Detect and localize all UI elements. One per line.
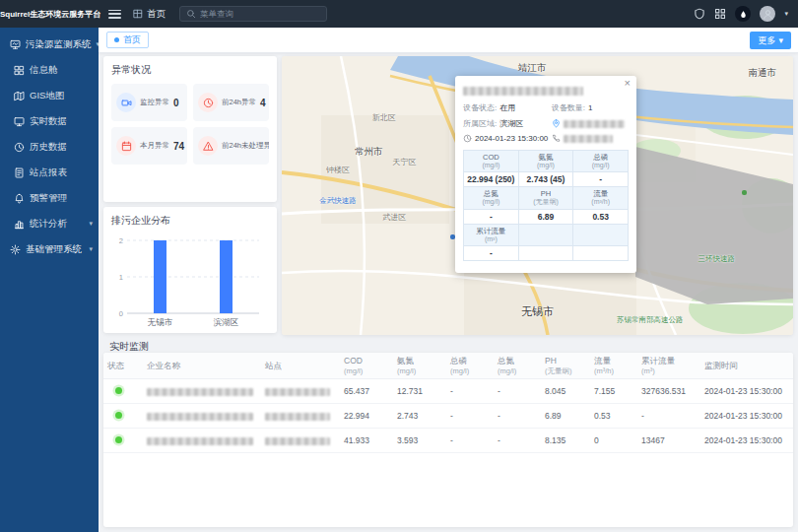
- shield-icon[interactable]: [694, 8, 705, 20]
- alert-icon: [198, 136, 218, 156]
- enterprise-distribution-panel: 排污企业分布 012无锡市滨湖区: [103, 207, 277, 333]
- monitor-icon: [14, 116, 25, 127]
- report-icon: [14, 167, 25, 178]
- metric-label-row: COD(mg/l)氨氮(mg/l)总磷(mg/l): [464, 151, 629, 172]
- chevron-down-icon: ▾: [89, 220, 93, 228]
- status-dot-online: [115, 412, 122, 419]
- calendar-icon: [116, 136, 136, 156]
- column-station: 站点: [261, 353, 340, 379]
- realtime-monitor-table: 状态企业名称站点COD(mg/l)氨氮(mg/l)总磷(mg/l)总氮(mg/l…: [103, 353, 793, 527]
- more-button[interactable]: 更多 ▾: [750, 32, 791, 49]
- tags-bar: 首页 更多 ▾: [99, 28, 798, 53]
- column-ph: PH(无量纲): [541, 353, 590, 379]
- svg-text:0: 0: [119, 309, 123, 318]
- table-row[interactable]: 65.43712.731--8.0457.155327636.5312024-0…: [103, 379, 793, 404]
- popup-title-blurred: [463, 87, 583, 96]
- sidebar-label: 统计分析: [30, 218, 67, 231]
- sidebar-item-statistics-analysis[interactable]: 统计分析▾: [0, 211, 99, 236]
- sidebar-label: 历史数据: [30, 141, 67, 154]
- map-icon: [14, 91, 25, 101]
- gis-map[interactable]: 靖江市南通市常州市新北区钟楼区天宁区武进区无锡市金武快速路三环快速路苏锡常南部高…: [282, 56, 793, 335]
- stat-month-abnormal: 本月异常74: [111, 127, 187, 165]
- column-company: 企业名称: [143, 353, 261, 379]
- chevron-down-icon: ▾: [778, 35, 783, 45]
- blurred-company-name: [147, 413, 253, 421]
- breadcrumb: 首页: [133, 8, 166, 21]
- home-icon: [133, 9, 143, 19]
- metric-value-row: 22.994 (250)2.743 (45)-: [464, 172, 629, 187]
- topbar-actions: ▾: [694, 6, 788, 22]
- stat-last24h-abnormal: 前24h异常4: [193, 84, 269, 121]
- column-time: 监测时间: [700, 353, 793, 379]
- sidebar-section-pollution-monitor-system[interactable]: 污染源监测系统▾: [0, 32, 99, 57]
- breadcrumb-home[interactable]: 首页: [147, 8, 166, 21]
- clock-icon: [198, 93, 218, 112]
- stat-label: 前24h异常: [222, 98, 256, 107]
- grid-icon: [14, 65, 25, 76]
- apps-grid-icon[interactable]: [714, 8, 726, 20]
- popup-metrics-table: COD(mg/l)氨氮(mg/l)总磷(mg/l)22.994 (250)2.7…: [463, 150, 629, 261]
- metric-label-row: 累计流量(m³): [464, 224, 629, 245]
- tab-active-dot: [114, 37, 119, 42]
- table-row[interactable]: 22.9942.743--6.890.53-2024-01-23 15:30:0…: [103, 404, 793, 429]
- search-input[interactable]: [200, 9, 320, 19]
- sidebar-item-site-report[interactable]: 站点报表: [0, 160, 99, 185]
- sidebar-item-realtime-data[interactable]: 实时数据: [0, 108, 99, 134]
- chevron-down-icon[interactable]: ▾: [784, 10, 788, 18]
- history-icon: [14, 142, 25, 153]
- sidebar-item-gis-map[interactable]: GIS地图: [0, 83, 99, 108]
- gear-icon: [10, 244, 21, 255]
- column-total-flow: 累计流量(m³): [637, 353, 700, 379]
- table-row[interactable]: 41.9333.593--8.1350134672024-01-23 15:30…: [103, 429, 793, 453]
- sidebar-item-info-cabin[interactable]: 信息舱: [0, 57, 99, 83]
- blurred-company-name: [147, 388, 253, 396]
- avatar[interactable]: [760, 6, 775, 22]
- close-icon[interactable]: ×: [625, 77, 631, 89]
- water-drop-icon[interactable]: [735, 6, 751, 22]
- bell-icon: [14, 193, 25, 204]
- panel-title: 异常状况: [111, 63, 269, 77]
- stat-label: 监控异常: [140, 98, 169, 107]
- column-status: 状态: [103, 353, 143, 379]
- menu-search[interactable]: [179, 6, 327, 22]
- metric-label-row: 总氮(mg/l)PH(无量纲)流量(m³/h): [464, 187, 629, 209]
- svg-text:2: 2: [119, 236, 123, 245]
- sidebar-label: 站点报表: [30, 166, 67, 179]
- topbar: Squirrel生态环境云服务平台 首页 ▾: [0, 0, 798, 28]
- metric-value-row: -: [464, 246, 629, 261]
- svg-text:1: 1: [119, 273, 123, 282]
- sidebar-label: 实时数据: [30, 115, 67, 128]
- sidebar-label: 预警管理: [30, 192, 67, 205]
- column-nh3n: 氨氮(mg/l): [393, 353, 446, 379]
- chevron-down-icon: ▾: [97, 40, 100, 48]
- sidebar-item-history-data[interactable]: 历史数据: [0, 134, 99, 160]
- phone-icon: [552, 134, 561, 143]
- sidebar-item-alert-management[interactable]: 预警管理: [0, 185, 99, 211]
- hamburger-icon[interactable]: [108, 10, 121, 19]
- monitor-system-icon: [10, 39, 21, 50]
- blurred-company-name: [147, 437, 253, 445]
- stat-value: 0: [173, 98, 179, 108]
- status-dot-online: [115, 387, 122, 394]
- abnormal-stats: 监控异常0前24h异常4本月异常74前24h未处理异常4: [111, 84, 269, 165]
- chart-icon: [14, 219, 25, 230]
- sidebar-label: 污染源监测系统: [26, 38, 92, 51]
- sidebar-section-base-management-system[interactable]: 基础管理系统▾: [0, 236, 99, 262]
- status-dot-online: [115, 436, 122, 443]
- app-logo: Squirrel生态环境云服务平台: [0, 9, 99, 20]
- sidebar: 污染源监测系统▾信息舱GIS地图实时数据历史数据站点报表预警管理统计分析▾基础管…: [0, 28, 99, 532]
- chart-title: 排污企业分布: [111, 214, 269, 228]
- phone-blurred: [552, 134, 629, 143]
- stat-value: 74: [173, 141, 184, 152]
- stat-monitor-abnormal: 监控异常0: [111, 84, 187, 121]
- tab-home[interactable]: 首页: [106, 32, 149, 48]
- camera-icon: [116, 93, 136, 112]
- column-flow: 流量(m³/h): [590, 353, 637, 379]
- chevron-down-icon: ▾: [89, 245, 93, 253]
- region: 所属区域: 滨湖区: [463, 118, 552, 129]
- stat-label: 前24h未处理异常: [222, 141, 269, 151]
- monitor-time: 2024-01-23 15:30:00: [463, 134, 552, 143]
- device-count: 设备数量: 1: [552, 102, 629, 113]
- stat-value: 4: [260, 98, 266, 108]
- device-status: 设备状态: 在用: [463, 102, 552, 113]
